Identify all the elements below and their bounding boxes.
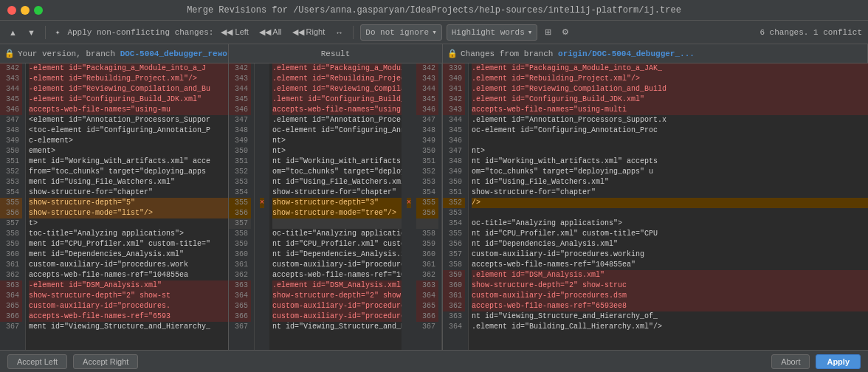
- line-number: 353: [0, 177, 22, 187]
- apply-button[interactable]: Apply: [816, 354, 861, 369]
- line-number: 363: [443, 311, 465, 322]
- ignore-dropdown-label: Do not ignore: [365, 28, 429, 37]
- right-button[interactable]: ◀◀ Right: [289, 26, 328, 38]
- line-number: 356: [229, 208, 251, 218]
- lock-icon-right: 🔒: [447, 49, 458, 58]
- right-line-numbers: 3393403413423433443453463473483493503513…: [443, 63, 469, 350]
- code-line: -element id="DSM_Analysis.xml": [29, 280, 228, 291]
- line-number: 347: [416, 115, 438, 125]
- line-number: 339: [443, 63, 465, 74]
- toolbar-separator-2: [353, 26, 354, 39]
- line-number: 343: [443, 105, 465, 115]
- code-line: .element id="Configuring_Build_JDK.xml": [472, 94, 868, 105]
- line-number: 350: [443, 177, 465, 187]
- line-number: 362: [0, 270, 22, 280]
- line-number: 354: [416, 187, 438, 198]
- bottom-bar: Accept Left Accept Right Abort Apply: [0, 350, 868, 372]
- maximize-button[interactable]: [34, 6, 43, 15]
- move-icon[interactable]: ↔: [332, 27, 346, 38]
- line-number: 356: [0, 208, 22, 218]
- apply-non-conflicting-label: Apply non-conflicting changes:: [67, 28, 213, 37]
- code-line: .element id="Reviewing_Compilation_and_B…: [472, 84, 868, 94]
- code-line: accepts-web-file-names-ref="104855ea: [29, 270, 228, 280]
- line-number: 362: [229, 270, 251, 280]
- code-line: accepts-web-file-names-ref="6593ee8: [472, 301, 868, 311]
- left-button[interactable]: ◀◀ Left: [218, 26, 251, 38]
- grid-button[interactable]: ⊞: [542, 26, 554, 38]
- code-line: custom-auxiliary-id="procedures.work: [29, 260, 228, 270]
- line-number: 354: [229, 187, 251, 198]
- code-line: ment id="CPU_Profiler.xml" custom-title=…: [29, 239, 228, 249]
- line-number: 340: [443, 74, 465, 84]
- window-controls: [7, 6, 43, 15]
- line-number: 347: [229, 115, 251, 125]
- code-line: .element id="Annotation_Processors_Suppo…: [472, 115, 868, 125]
- center-gutter-left: ×: [255, 63, 269, 350]
- result-label: Result: [321, 49, 351, 58]
- line-number: 344: [443, 115, 465, 125]
- line-number: 361: [229, 260, 251, 270]
- code-line: show-structure-for="chapter": [472, 187, 868, 198]
- code-line: oc-title="Analyzing applications">: [472, 218, 868, 229]
- gear-button[interactable]: ⚙: [559, 26, 572, 38]
- line-number: 346: [416, 105, 438, 115]
- line-number: 354: [0, 187, 22, 198]
- line-number: 343: [416, 74, 438, 84]
- line-number: 357: [229, 218, 251, 229]
- line-number: 344: [229, 84, 251, 94]
- all-button[interactable]: ◀◀ All: [256, 26, 285, 38]
- gutter-mark-right[interactable]: ×: [407, 198, 411, 208]
- close-button[interactable]: [7, 6, 16, 15]
- highlight-words-dropdown[interactable]: Highlight words ▾: [447, 24, 538, 41]
- left-panel: 3423433443453463473483493503513523533543…: [0, 63, 229, 350]
- gutter-mark-left[interactable]: ×: [260, 198, 264, 208]
- line-number: 355: [443, 229, 465, 239]
- line-number: 347: [443, 146, 465, 156]
- line-number: 366: [229, 311, 251, 322]
- right-code: .element id="Packaging_a_Module_into_a_J…: [469, 63, 868, 350]
- center-panel-content: 3423433443453463473483493503513523533543…: [229, 63, 442, 350]
- up-button[interactable]: ▲: [6, 27, 20, 38]
- ignore-dropdown[interactable]: Do not ignore ▾: [360, 24, 441, 41]
- line-number: 348: [0, 125, 22, 136]
- code-line: c-element>: [29, 136, 228, 146]
- line-number: 359: [0, 239, 22, 249]
- code-line: ment id="Dependencies_Analysis.xml": [29, 249, 228, 260]
- line-number: 353: [229, 177, 251, 187]
- line-number: 361: [0, 260, 22, 270]
- toolbar: ▲ ▼ ✦ Apply non-conflicting changes: ◀◀ …: [0, 21, 868, 44]
- code-line: />: [472, 198, 868, 208]
- right-panel-content: 3393403413423433443453463473483493503513…: [443, 63, 868, 350]
- line-number: 363: [0, 280, 22, 291]
- center-line-numbers-right: 3423433443453463473483493503513523533543…: [416, 63, 442, 350]
- line-number: 355: [416, 198, 438, 208]
- accept-right-button[interactable]: Accept Right: [73, 354, 138, 369]
- line-number: 352: [443, 198, 465, 208]
- line-number: 355: [0, 198, 22, 208]
- line-number: 365: [0, 301, 22, 311]
- line-number: 360: [443, 280, 465, 291]
- code-line: nt id="Using_File_Watchers.xml": [472, 177, 868, 187]
- left-branch-header: 🔒 Your version, branch DOC-5004_debugger…: [0, 44, 229, 63]
- line-number: 350: [416, 146, 438, 156]
- code-line: nt id="Viewing_Structure_and_Hierarchy_o…: [272, 322, 402, 332]
- line-number: 345: [416, 94, 438, 105]
- accept-left-button[interactable]: Accept Left: [7, 354, 67, 369]
- line-number: 342: [416, 63, 438, 74]
- line-number: 359: [229, 239, 251, 249]
- magic-icon: ✦: [52, 26, 63, 38]
- abort-button[interactable]: Abort: [771, 354, 810, 369]
- code-line: -element id="Packaging_a_Module_into_a_J: [29, 63, 228, 74]
- minimize-button[interactable]: [21, 6, 30, 15]
- line-number: 353: [443, 208, 465, 218]
- line-number: 361: [443, 291, 465, 301]
- line-number: 362: [416, 270, 438, 280]
- code-line: show-structure-for="chapter": [29, 187, 228, 198]
- down-button[interactable]: ▼: [24, 27, 38, 38]
- code-line: <toc-element id="Configuring_Annotation_…: [29, 125, 228, 136]
- code-line: .element id="Packaging_a_Module_into_a_J…: [272, 63, 402, 74]
- line-number: 345: [0, 94, 22, 105]
- line-number: 353: [416, 177, 438, 187]
- line-number: 357: [443, 249, 465, 260]
- line-number: 345: [443, 125, 465, 136]
